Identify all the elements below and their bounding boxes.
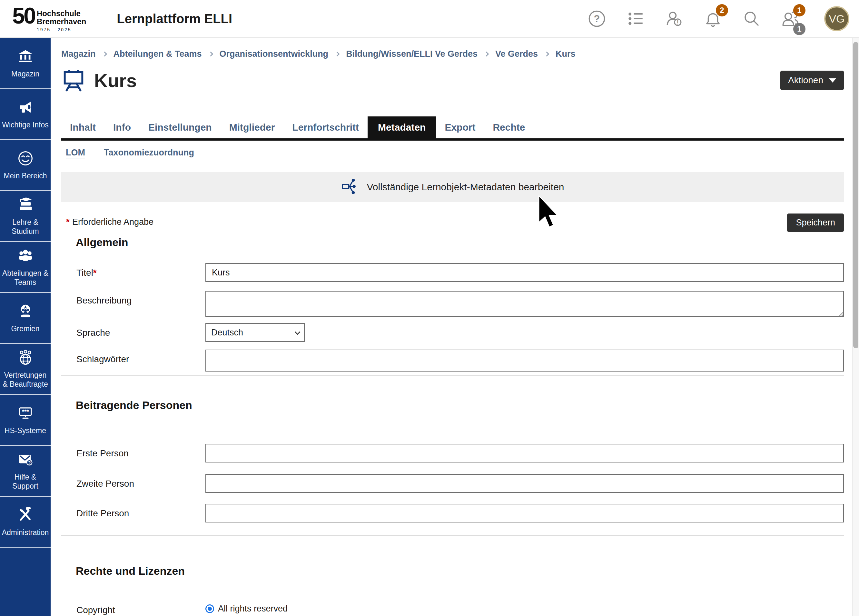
breadcrumb-item-organisationsentwicklung[interactable]: Organisationsentwicklung: [220, 49, 329, 59]
contacts-badge: 1: [793, 4, 806, 16]
sidebar-item-label: Magazin: [11, 69, 39, 78]
tab-einstellungen[interactable]: Einstellungen: [140, 116, 220, 138]
chevron-right-icon: [102, 52, 107, 57]
books-icon: [17, 196, 34, 214]
sidebar-item-label: HS-Systeme: [5, 426, 46, 435]
tabs-underline: [61, 138, 844, 141]
subtab-taxonomiezuordnung[interactable]: Taxonomiezuordnung: [104, 148, 194, 158]
sidebar-filler: [0, 548, 51, 616]
speichern-button[interactable]: Speichern: [787, 214, 844, 232]
subtab-lom[interactable]: LOM: [66, 148, 85, 158]
contacts-secondary-badge: 1: [793, 23, 806, 35]
metadata-subtabs: LOM Taxonomiezuordnung: [66, 147, 844, 158]
sprache-selected-value: Deutsch: [211, 328, 243, 338]
breadcrumb-item-bildung-wissen[interactable]: Bildung/Wissen/ELLI Ve Gerdes: [346, 49, 478, 59]
metadata-hub-icon: [341, 177, 359, 197]
tab-rechte[interactable]: Rechte: [484, 116, 534, 138]
chevron-right-icon: [484, 52, 489, 57]
smiley-icon: [17, 150, 34, 168]
help-icon[interactable]: ?: [587, 9, 606, 28]
sidebar-item-mein-bereich[interactable]: Mein Bereich: [0, 140, 51, 191]
sidebar-item-label: Abteilungen & Teams: [1, 269, 49, 287]
sidebar-item-abteilungen-teams[interactable]: Abteilungen & Teams: [0, 242, 51, 293]
user-status-icon[interactable]: !: [665, 9, 684, 28]
aktionen-button[interactable]: Aktionen: [780, 70, 844, 90]
schlagwoerter-input[interactable]: [205, 350, 844, 372]
sidebar-item-label: Administration: [2, 528, 49, 537]
logo-name-line2: Bremerhaven: [37, 18, 86, 26]
logo-years: 1975 - 2025: [37, 27, 86, 32]
breadcrumb-item-ve-gerdes[interactable]: Ve Gerdes: [495, 49, 538, 59]
scrollbar-thumb[interactable]: [853, 42, 858, 348]
megaphone-icon: [17, 99, 34, 117]
field-label-erste-person: Erste Person: [77, 444, 205, 463]
required-asterisk: *: [66, 217, 70, 227]
people-group-icon: [17, 247, 34, 266]
tab-inhalt[interactable]: Inhalt: [61, 116, 105, 138]
svg-text:?: ?: [594, 13, 600, 25]
breadcrumb-item-magazin[interactable]: Magazin: [61, 49, 96, 59]
svg-text:?: ?: [28, 460, 30, 465]
logo-name-line1: Hochschule: [37, 10, 86, 18]
tab-metadaten[interactable]: Metadaten: [368, 116, 436, 138]
tab-lernfortschritt[interactable]: Lernfortschritt: [283, 116, 368, 138]
sidebar-item-label: Hilfe & Support: [1, 472, 49, 491]
course-icon: [61, 67, 86, 93]
svg-text:!: !: [677, 19, 679, 26]
sidebar-item-hs-systeme[interactable]: *** HS-Systeme: [0, 395, 51, 446]
sidebar-item-label: Vertretungen & Beauftragte: [1, 371, 49, 389]
field-label-zweite-person: Zweite Person: [77, 474, 205, 493]
required-hint: *Erforderliche Angabe: [66, 214, 153, 227]
notifications-bell-icon[interactable]: 2: [704, 9, 722, 28]
chevron-right-icon: [335, 52, 340, 57]
field-label-dritte-person: Dritte Person: [77, 504, 205, 522]
sidebar-item-lehre-studium[interactable]: Lehre & Studium: [0, 191, 51, 242]
sidebar-item-label: Lehre & Studium: [1, 218, 49, 236]
sidebar-item-hilfe-support[interactable]: ? Hilfe & Support: [0, 446, 51, 497]
chevron-right-icon: [208, 52, 213, 57]
section-heading-allgemein: Allgemein: [76, 236, 844, 249]
breadcrumb-item-abteilungen[interactable]: Abteilungen & Teams: [114, 49, 202, 59]
sidebar-item-label: Mein Bereich: [3, 171, 47, 180]
erste-person-input[interactable]: [205, 444, 844, 463]
titel-input[interactable]: [205, 263, 844, 282]
caret-down-icon: [829, 78, 836, 83]
search-icon[interactable]: [742, 9, 761, 28]
main-navigation-sidebar: Magazin Wichtige Infos Mein Bereich: [0, 38, 51, 616]
field-label-beschreibung: Beschreibung: [77, 291, 205, 318]
page-title: Kurs: [94, 70, 137, 91]
user-avatar[interactable]: VG: [824, 6, 849, 31]
sidebar-item-gremien[interactable]: Gremien: [0, 293, 51, 344]
copyright-radio-label: All rights reserved: [218, 604, 287, 614]
required-asterisk: *: [93, 268, 97, 278]
logo-50: 50: [12, 5, 35, 27]
university-logo: 50 Hochschule Bremerhaven 1975 - 2025: [12, 5, 86, 33]
section-heading-beitragende-personen: Beitragende Personen: [76, 399, 844, 411]
beschreibung-textarea[interactable]: [205, 291, 844, 317]
sidebar-item-administration[interactable]: Administration: [0, 497, 51, 548]
bank-icon: [17, 48, 34, 66]
field-label-copyright: Copyright: [77, 600, 205, 615]
sprache-select[interactable]: Deutsch: [205, 323, 305, 342]
zweite-person-input[interactable]: [205, 474, 844, 493]
tab-export[interactable]: Export: [436, 116, 484, 138]
notifications-badge: 2: [716, 4, 728, 16]
sidebar-item-vertretungen-beauftragte[interactable]: Vertretungen & Beauftragte: [0, 344, 51, 395]
sidebar-item-label: Gremien: [11, 324, 39, 333]
contacts-icon[interactable]: 1 1: [781, 9, 800, 28]
section-divider: [61, 535, 844, 536]
copyright-radio-selected[interactable]: [205, 604, 214, 613]
edit-full-metadata-banner[interactable]: Vollständige Lernobjekt-Metadaten bearbe…: [61, 172, 844, 202]
tab-mitglieder[interactable]: Mitglieder: [220, 116, 284, 138]
breadcrumb-item-kurs[interactable]: Kurs: [556, 49, 576, 59]
sidebar-item-magazin[interactable]: Magazin: [0, 38, 51, 89]
vertical-scrollbar[interactable]: [852, 38, 859, 616]
field-label-titel: Titel*: [77, 263, 205, 282]
dritte-person-input[interactable]: [205, 504, 844, 522]
sidebar-item-wichtige-infos[interactable]: Wichtige Infos: [0, 89, 51, 140]
list-menu-icon[interactable]: [626, 9, 645, 28]
mail-question-icon: ?: [17, 451, 34, 469]
course-tabs: Inhalt Info Einstellungen Mitglieder Ler…: [61, 116, 844, 138]
tab-info[interactable]: Info: [105, 116, 140, 138]
chevron-down-icon: [294, 329, 300, 335]
